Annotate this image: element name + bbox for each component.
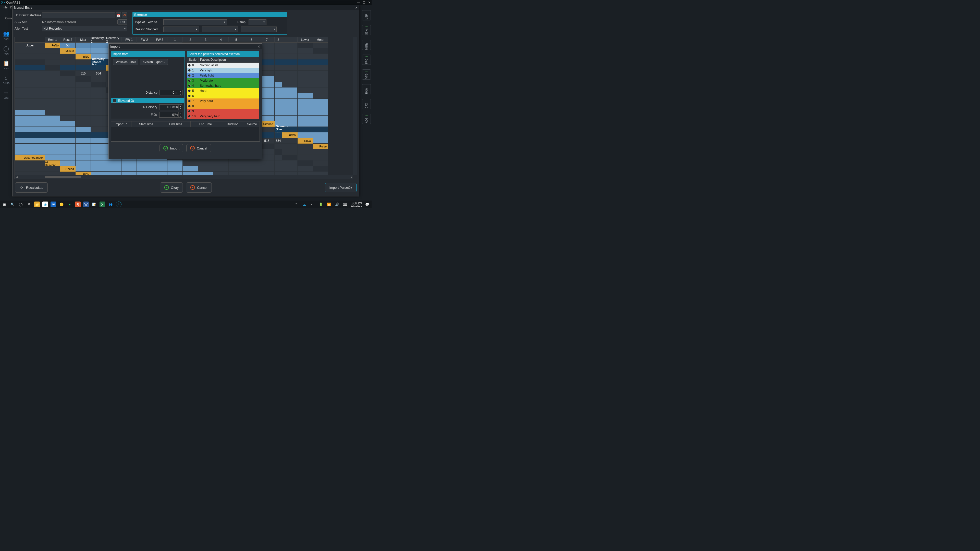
- cell[interactable]: [229, 166, 244, 171]
- right-rail-raw[interactable]: 〰RAW: [362, 84, 371, 94]
- cell[interactable]: [275, 71, 282, 76]
- scroll-thumb[interactable]: [45, 176, 81, 178]
- cell[interactable]: [198, 166, 213, 171]
- menu-d[interactable]: D: [10, 6, 12, 9]
- right-rail-vtg[interactable]: 〰VTG: [362, 69, 371, 79]
- compas-icon[interactable]: b: [116, 202, 121, 207]
- cell[interactable]: [91, 149, 106, 155]
- cell[interactable]: [60, 127, 76, 132]
- edit-button[interactable]: Edit: [118, 19, 127, 24]
- cell[interactable]: [76, 104, 91, 110]
- cell[interactable]: [91, 155, 106, 160]
- rpe-row[interactable]: 10Very, very hard: [187, 114, 259, 119]
- radio-icon[interactable]: [187, 114, 192, 119]
- cell[interactable]: [76, 110, 91, 116]
- import-grid-header[interactable]: Import To: [111, 121, 131, 127]
- excel-icon[interactable]: X: [100, 202, 105, 207]
- cell[interactable]: [121, 160, 137, 166]
- window-maximize-icon[interactable]: ❐: [363, 1, 366, 4]
- source-nvision-button[interactable]: nVision Export...: [140, 59, 168, 65]
- cell[interactable]: [275, 93, 282, 99]
- radio-icon[interactable]: [187, 103, 192, 109]
- cell[interactable]: [282, 82, 298, 87]
- cell[interactable]: [183, 160, 198, 166]
- cell[interactable]: [76, 87, 91, 93]
- cell[interactable]: [313, 87, 328, 93]
- radio-icon[interactable]: [187, 73, 192, 78]
- cell[interactable]: [167, 160, 183, 166]
- cell[interactable]: [152, 166, 167, 171]
- ramp-select[interactable]: ▼: [248, 19, 266, 25]
- tray-chevron-icon[interactable]: ˄: [293, 202, 299, 207]
- cell[interactable]: [15, 127, 45, 132]
- spotify-icon[interactable]: ●: [67, 202, 73, 207]
- cell[interactable]: [313, 110, 328, 116]
- cell[interactable]: [298, 110, 313, 116]
- cell[interactable]: [275, 104, 282, 110]
- cell[interactable]: [275, 87, 282, 93]
- cell[interactable]: [298, 76, 313, 82]
- wifi-icon[interactable]: 📶: [326, 202, 332, 207]
- app-icon-2[interactable]: R: [75, 202, 81, 207]
- cell[interactable]: [15, 76, 45, 82]
- cell[interactable]: [275, 65, 282, 71]
- cell[interactable]: [282, 116, 298, 121]
- import-grid-header[interactable]: Duration: [220, 121, 245, 127]
- rpe-row[interactable]: 9: [187, 109, 259, 114]
- cell[interactable]: [91, 48, 106, 54]
- cell[interactable]: [244, 166, 259, 171]
- reason-select-2[interactable]: ▼: [202, 27, 238, 32]
- cell[interactable]: [298, 48, 313, 54]
- cell[interactable]: [60, 144, 76, 149]
- cell[interactable]: [60, 76, 76, 82]
- cell[interactable]: [91, 99, 106, 104]
- cell[interactable]: [15, 121, 45, 127]
- rpe-row[interactable]: 1Very light: [187, 68, 259, 73]
- recalculate-button[interactable]: ⟳ Recalculate: [15, 183, 48, 192]
- cell[interactable]: [167, 166, 183, 171]
- cell[interactable]: [213, 160, 229, 166]
- modal-close-icon[interactable]: ✕: [355, 6, 358, 10]
- cell[interactable]: [313, 93, 328, 99]
- import-titlebar[interactable]: Import ✕: [109, 44, 262, 49]
- cell[interactable]: [60, 99, 76, 104]
- cell[interactable]: [275, 54, 282, 59]
- rpe-row[interactable]: 5Hard: [187, 88, 259, 94]
- cell[interactable]: [60, 160, 76, 166]
- okay-button[interactable]: ✓ Okay: [160, 183, 183, 192]
- radio-icon[interactable]: [187, 68, 192, 73]
- cell[interactable]: [15, 93, 45, 99]
- cell[interactable]: [76, 121, 91, 127]
- cell[interactable]: [45, 82, 60, 87]
- cell[interactable]: [91, 144, 106, 149]
- source-wristox-button[interactable]: WristOx₂ 3150: [113, 59, 138, 65]
- cell[interactable]: [60, 82, 76, 87]
- cell[interactable]: [76, 127, 91, 132]
- import-cancel-button[interactable]: ✕ Cancel: [186, 144, 211, 152]
- cell[interactable]: [45, 149, 60, 155]
- cell[interactable]: [282, 93, 298, 99]
- exercise-type-select[interactable]: ▼: [163, 19, 227, 25]
- cell[interactable]: [313, 116, 328, 121]
- radio-icon[interactable]: [187, 83, 192, 88]
- right-rail-mep[interactable]: 〰MEP: [362, 10, 371, 21]
- import-close-icon[interactable]: ✕: [258, 44, 260, 48]
- cell[interactable]: [298, 166, 313, 171]
- rpe-row[interactable]: 6: [187, 94, 259, 98]
- cell[interactable]: [91, 166, 106, 171]
- cell[interactable]: [282, 104, 298, 110]
- rpe-row[interactable]: 7Very hard: [187, 98, 259, 103]
- cell[interactable]: [15, 138, 45, 144]
- cell[interactable]: [45, 116, 60, 121]
- cell[interactable]: [91, 104, 106, 110]
- app-icon-1[interactable]: ◉: [42, 202, 48, 207]
- cell[interactable]: [91, 127, 106, 132]
- cell[interactable]: [91, 93, 106, 99]
- cell[interactable]: [275, 99, 282, 104]
- cell[interactable]: [137, 166, 152, 171]
- cell[interactable]: [76, 138, 91, 144]
- right-rail-frc[interactable]: 〰FRC: [362, 55, 371, 65]
- cell[interactable]: [298, 54, 313, 59]
- left-rail-log[interactable]: ▭LOG: [3, 89, 8, 99]
- cell[interactable]: [298, 93, 313, 99]
